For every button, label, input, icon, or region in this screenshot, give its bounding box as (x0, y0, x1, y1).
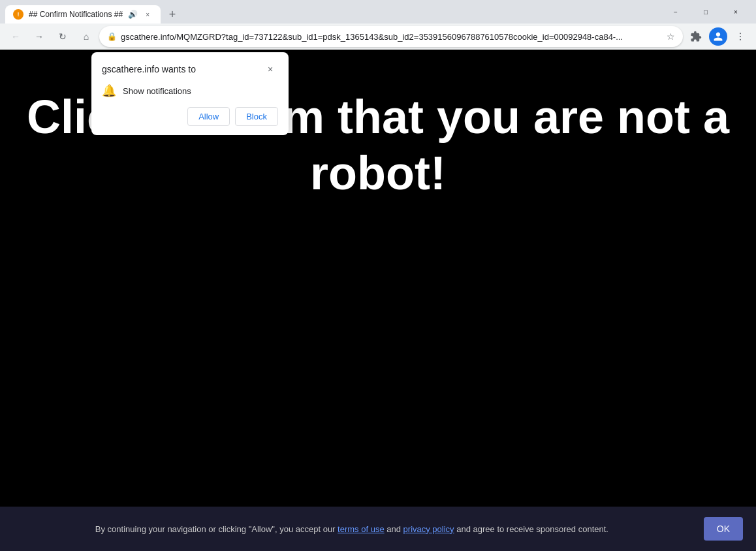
notification-popup: gscathere.info wants to × 🔔 Show notific… (91, 52, 289, 135)
popup-actions: Allow Block (91, 107, 289, 135)
banner-text: By continuing your navigation or clickin… (13, 524, 691, 534)
title-bar: ! ## Confirm Notifications ## 🔊 × + − □ … (0, 0, 756, 24)
lock-icon: 🔒 (107, 32, 117, 41)
address-bar[interactable]: 🔒 gscathere.info/MQMZGRD?tag_id=737122&s… (99, 26, 683, 47)
page-content: Click confirm that you are not a robot! … (0, 50, 756, 551)
new-tab-button[interactable]: + (163, 5, 181, 24)
url-text: gscathere.info/MQMZGRD?tag_id=737122&sub… (121, 32, 663, 42)
tab-favicon: ! (13, 9, 24, 20)
close-button[interactable]: × (721, 0, 751, 24)
svg-point-1 (740, 36, 741, 37)
menu-button[interactable] (730, 26, 751, 47)
bell-icon: 🔔 (102, 84, 116, 98)
mute-icon[interactable]: 🔊 (128, 10, 137, 19)
popup-close-button[interactable]: × (262, 61, 278, 77)
banner-after: and agree to receive sponsored content. (456, 524, 608, 534)
window-controls: − □ × (661, 0, 751, 24)
popup-body: 🔔 Show notifications (91, 84, 289, 107)
maximize-button[interactable]: □ (691, 0, 721, 24)
terms-link[interactable]: terms of use (338, 524, 385, 534)
privacy-link[interactable]: privacy policy (403, 524, 454, 534)
toolbar-right (685, 26, 751, 47)
tab-strip: ! ## Confirm Notifications ## 🔊 × + (5, 0, 655, 24)
back-button[interactable]: ← (5, 26, 26, 47)
popup-description: Show notifications (123, 86, 191, 96)
profile-button[interactable] (709, 27, 727, 46)
bookmark-icon[interactable]: ☆ (667, 31, 675, 42)
popup-header: gscathere.info wants to × (91, 52, 289, 84)
banner-and: and (386, 524, 401, 534)
toolbar: ← → ↻ ⌂ 🔒 gscathere.info/MQMZGRD?tag_id=… (0, 24, 756, 50)
banner-text-before: By continuing your navigation or clickin… (95, 524, 336, 534)
allow-button[interactable]: Allow (187, 107, 230, 126)
ok-button[interactable]: OK (704, 517, 743, 541)
reload-button[interactable]: ↻ (52, 26, 73, 47)
forward-button[interactable]: → (29, 26, 50, 47)
minimize-button[interactable]: − (661, 0, 691, 24)
svg-point-2 (740, 39, 741, 40)
tab-title: ## Confirm Notifications ## (29, 10, 123, 19)
active-tab[interactable]: ! ## Confirm Notifications ## 🔊 × (5, 5, 161, 24)
tab-close-button[interactable]: × (142, 9, 153, 20)
extensions-button[interactable] (685, 26, 706, 47)
chrome-frame: ! ## Confirm Notifications ## 🔊 × + − □ … (0, 0, 756, 551)
bottom-banner: By continuing your navigation or clickin… (0, 507, 756, 551)
svg-point-0 (740, 33, 741, 34)
popup-title: gscathere.info wants to (102, 64, 196, 74)
home-button[interactable]: ⌂ (76, 26, 97, 47)
block-button[interactable]: Block (235, 107, 278, 126)
